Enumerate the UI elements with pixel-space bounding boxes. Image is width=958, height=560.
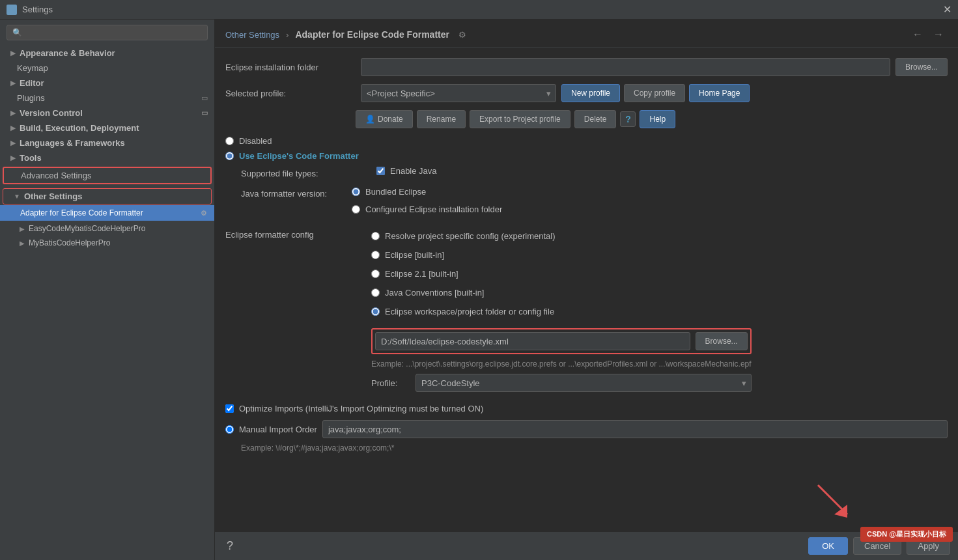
profile-select-wrapper2: P3C-CodeStyle ▾ (416, 374, 752, 392)
sidebar-item-adapter[interactable]: Adapter for Eclipse Code Formatter ⚙ (0, 205, 214, 221)
sidebar-item-label: Editor (20, 78, 44, 88)
sidebar-item-tools[interactable]: ▶ Tools (0, 150, 214, 165)
sidebar-item-plugins[interactable]: Plugins ▭ (0, 91, 214, 105)
eclipse-formatter-config-section: Eclipse formatter config Resolve project… (225, 227, 948, 399)
copy-profile-button[interactable]: Copy profile (624, 84, 685, 102)
config-browse-button[interactable]: Browse... (696, 332, 748, 350)
manual-import-radio[interactable] (225, 425, 234, 434)
close-button[interactable]: ✕ (943, 3, 951, 16)
bundled-eclipse-radio[interactable] (352, 188, 360, 196)
donate-button[interactable]: 👤 Donate (356, 110, 413, 128)
sidebar-item-appearance[interactable]: ▶ Appearance & Behavior (0, 46, 214, 61)
sidebar-item-label: Version Control (20, 108, 83, 118)
delete-button[interactable]: Delete (574, 110, 617, 128)
formatter-options-list: Resolve project specific config (experim… (371, 231, 752, 322)
adapter-settings-icon: ⚙ (201, 209, 207, 217)
sidebar-item-label: Keymap (17, 63, 48, 73)
profile-select2[interactable]: P3C-CodeStyle (416, 374, 752, 392)
sidebar-item-keymap[interactable]: Keymap (0, 61, 214, 76)
selected-profile-row: Selected profile: <Project Specific> ▾ N… (225, 84, 948, 102)
advanced-settings-border: Advanced Settings (3, 167, 212, 184)
profile-select-wrapper: <Project Specific> ▾ (361, 84, 556, 102)
config-file-row: Browse... (371, 328, 752, 354)
settings-icon: ⚙ (458, 30, 466, 40)
eclipse-install-input[interactable] (361, 58, 890, 76)
home-page-button[interactable]: Home Page (689, 84, 750, 102)
sidebar-item-version-control[interactable]: ▶ Version Control ▭ (0, 105, 214, 120)
configured-eclipse-row: Configured Eclipse installation folder (352, 204, 502, 214)
sidebar-item-label: Tools (20, 153, 42, 163)
selected-profile-label: Selected profile: (225, 89, 356, 98)
rename-button[interactable]: Rename (417, 110, 466, 128)
manual-import-label: Manual Import Order (239, 425, 317, 434)
eclipse-builtin-label: Eclipse [built-in] (385, 250, 444, 260)
bottom-bar: ? OK Cancel Apply (215, 531, 958, 560)
sidebar-item-label: EasyCodeMybatisCodeHelperPro (29, 224, 145, 233)
sidebar-item-other-settings[interactable]: ▼ Other Settings (3, 189, 211, 204)
sidebar-item-label: Appearance & Behavior (20, 48, 115, 58)
chevron-right-icon: ▼ (14, 193, 20, 200)
eclipse-browse-button[interactable]: Browse... (895, 58, 948, 76)
eclipse-workspace-row: Eclipse workspace/project folder or conf… (371, 307, 752, 316)
sidebar-item-mybatis[interactable]: ▶ MyBatisCodeHelperPro (0, 236, 214, 250)
chevron-right-icon: ▶ (10, 49, 16, 57)
disabled-radio-row: Disabled (225, 136, 948, 146)
resolve-project-label: Resolve project specific config (experim… (385, 231, 556, 241)
search-icon: 🔍 (12, 28, 22, 37)
search-box[interactable]: 🔍 (7, 25, 208, 40)
resolve-project-radio[interactable] (371, 232, 380, 240)
search-input[interactable] (26, 28, 202, 37)
new-profile-button[interactable]: New profile (561, 84, 620, 102)
eclipse-workspace-radio[interactable] (371, 307, 380, 316)
example-text: Example: ...\project\.settings\org.eclip… (371, 359, 752, 369)
use-eclipse-radio[interactable] (225, 152, 234, 160)
eclipse-builtin-radio[interactable] (371, 251, 380, 259)
donate-label: Donate (378, 115, 403, 124)
sidebar-item-label: Languages & Frameworks (20, 138, 125, 148)
formatter-config-options: Resolve project specific config (experim… (371, 231, 752, 399)
profile-row: Profile: P3C-CodeStyle ▾ (371, 374, 752, 392)
manual-import-input[interactable] (322, 420, 948, 438)
optimize-imports-row: Optimize Imports (IntelliJ's Import Opti… (225, 404, 948, 413)
bottom-help-button[interactable]: ? (223, 538, 237, 554)
profile-select[interactable]: <Project Specific> (361, 84, 556, 102)
chevron-right-icon: ▶ (10, 79, 16, 87)
ok-button[interactable]: OK (808, 537, 848, 555)
help-button[interactable]: Help (640, 110, 675, 128)
chevron-right-icon: ▶ (10, 139, 16, 147)
help-question-button[interactable]: ? (620, 111, 636, 127)
breadcrumb: Other Settings (225, 30, 279, 40)
sidebar-item-languages[interactable]: ▶ Languages & Frameworks (0, 135, 214, 150)
sidebar-item-easymybatis[interactable]: ▶ EasyCodeMybatisCodeHelperPro (0, 221, 214, 236)
export-button[interactable]: Export to Project profile (470, 110, 571, 128)
chevron-right-icon: ▶ (10, 124, 16, 132)
java-conventions-radio[interactable] (371, 288, 380, 297)
manual-import-row: Manual Import Order (225, 420, 948, 438)
configured-eclipse-radio[interactable] (352, 205, 360, 214)
enable-java-checkbox[interactable] (376, 167, 385, 175)
chevron-right-icon: ▶ (10, 109, 16, 117)
resolve-project-row: Resolve project specific config (experim… (371, 231, 752, 241)
enable-java-checkbox-row: Enable Java (376, 166, 437, 176)
forward-button[interactable]: → (929, 27, 948, 42)
bundled-eclipse-row: Bundled Eclipse (352, 187, 426, 197)
chevron-right-icon: ▶ (20, 225, 25, 232)
use-eclipse-label: Use Eclipse's Code Formatter (239, 151, 359, 161)
disabled-radio[interactable] (225, 137, 234, 145)
profile-label: Profile: (371, 378, 410, 388)
back-button[interactable]: ← (909, 27, 927, 42)
profile-buttons: New profile Copy profile Home Page (561, 84, 750, 102)
eclipse-install-row: Eclipse installation folder Browse... (225, 58, 948, 76)
content-body: Eclipse installation folder Browse... Se… (215, 48, 958, 531)
bundled-eclipse-label: Bundled Eclipse (365, 187, 426, 197)
java-conventions-label: Java Conventions [built-in] (385, 288, 484, 298)
app-icon (7, 5, 17, 15)
sidebar-item-build[interactable]: ▶ Build, Execution, Deployment (0, 120, 214, 135)
optimize-imports-checkbox[interactable] (225, 404, 234, 413)
config-file-input[interactable] (375, 332, 690, 350)
title-bar: Settings ✕ (0, 0, 958, 20)
page-title: Adapter for Eclipse Code Formatter (295, 29, 449, 40)
sidebar-item-editor[interactable]: ▶ Editor (0, 76, 214, 91)
sidebar-item-advanced[interactable]: Advanced Settings (4, 168, 210, 183)
eclipse21-radio[interactable] (371, 270, 380, 278)
